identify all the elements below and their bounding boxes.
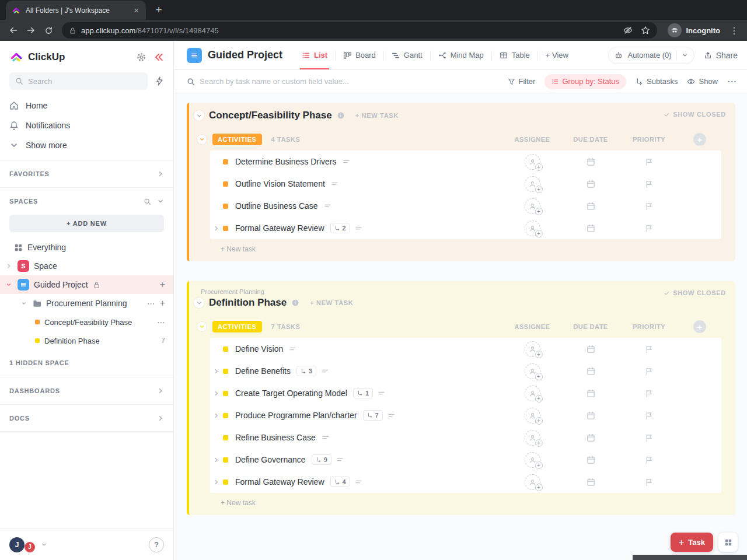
expand-toggle-icon[interactable] bbox=[210, 479, 222, 485]
assignee-cell[interactable]: + bbox=[503, 474, 561, 490]
sidebar-item-space[interactable]: S Space bbox=[0, 257, 173, 275]
assignee-cell[interactable]: + bbox=[503, 363, 561, 379]
due-date-cell[interactable] bbox=[561, 411, 620, 420]
assignee-cell[interactable]: + bbox=[503, 341, 561, 357]
collapse-chevron-icon[interactable] bbox=[20, 300, 28, 306]
task-search-input[interactable] bbox=[200, 77, 392, 86]
priority-cell[interactable] bbox=[620, 433, 678, 442]
docs-section-header[interactable]: DOCS bbox=[0, 404, 173, 432]
assignee-add-avatar[interactable]: + bbox=[525, 341, 540, 357]
task-row[interactable]: Define Benefits 3 + bbox=[210, 360, 721, 382]
assignee-add-avatar[interactable]: + bbox=[525, 452, 540, 468]
description-icon[interactable] bbox=[343, 158, 350, 166]
due-date-cell[interactable] bbox=[561, 433, 620, 442]
chevron-down-icon[interactable] bbox=[41, 541, 47, 548]
due-date-cell[interactable] bbox=[561, 367, 620, 376]
sidebar-item-definition-phase[interactable]: Definition Phase 7 bbox=[0, 331, 173, 350]
status-collapse-icon[interactable] bbox=[197, 322, 207, 331]
task-search[interactable] bbox=[187, 77, 498, 86]
subtask-badge[interactable]: 4 bbox=[330, 477, 350, 487]
task-row[interactable]: Formal Gateway Review 2 + bbox=[210, 217, 721, 239]
task-name[interactable]: Outline Vision Statement bbox=[235, 179, 325, 188]
task-status-bullet[interactable] bbox=[223, 369, 228, 374]
task-row[interactable]: Determine Business Drivers + bbox=[210, 150, 721, 173]
group-collapse-icon[interactable] bbox=[194, 110, 204, 121]
due-date-cell[interactable] bbox=[561, 389, 620, 398]
new-task-button[interactable]: + NEW TASK bbox=[310, 299, 353, 306]
priority-cell[interactable] bbox=[620, 367, 678, 376]
assignee-add-avatar[interactable]: + bbox=[525, 474, 540, 490]
subtask-badge[interactable]: 1 bbox=[353, 388, 373, 398]
description-icon[interactable] bbox=[331, 180, 338, 188]
user-avatar-badge[interactable]: J bbox=[23, 541, 36, 554]
priority-cell[interactable] bbox=[620, 224, 678, 233]
horizontal-scrollbar-thumb[interactable] bbox=[633, 555, 747, 560]
assignee-add-avatar[interactable]: + bbox=[525, 220, 540, 236]
subtask-badge[interactable]: 9 bbox=[312, 454, 331, 465]
hidden-space-label[interactable]: 1 HIDDEN SPACE bbox=[0, 350, 173, 372]
priority-cell[interactable] bbox=[620, 202, 678, 211]
task-status-bullet[interactable] bbox=[223, 204, 228, 209]
reload-button[interactable] bbox=[40, 22, 57, 39]
chevron-down-icon[interactable] bbox=[157, 198, 164, 205]
add-task-link[interactable]: + New task bbox=[221, 245, 256, 253]
description-icon[interactable] bbox=[378, 390, 385, 397]
spaces-search-icon[interactable] bbox=[144, 198, 151, 205]
expand-toggle-icon[interactable] bbox=[210, 225, 222, 232]
more-options-icon[interactable]: ⋯ bbox=[147, 299, 155, 308]
add-list-button[interactable]: + bbox=[160, 298, 165, 309]
assignee-cell[interactable]: + bbox=[503, 452, 561, 468]
group-title[interactable]: Concept/Feasibility Phase bbox=[209, 110, 332, 121]
task-row[interactable]: Outline Vision Statement + bbox=[210, 173, 721, 195]
filter-button[interactable]: Filter bbox=[508, 77, 536, 86]
sidebar-search-input[interactable] bbox=[28, 77, 142, 86]
group-collapse-icon[interactable] bbox=[194, 298, 204, 308]
sidebar-item-home[interactable]: Home bbox=[0, 96, 173, 116]
new-task-fab-button[interactable]: + Task bbox=[671, 533, 713, 552]
due-date-cell[interactable] bbox=[561, 224, 620, 233]
show-button[interactable]: Show bbox=[687, 77, 718, 86]
task-status-bullet[interactable] bbox=[223, 181, 228, 187]
due-date-cell[interactable] bbox=[561, 202, 620, 211]
task-row[interactable]: Create Target Operating Model 1 + bbox=[210, 382, 721, 404]
assignee-cell[interactable]: + bbox=[503, 386, 561, 401]
browser-tab[interactable]: All Folders | J's Workspace × bbox=[6, 1, 146, 20]
due-date-cell[interactable] bbox=[561, 456, 620, 464]
sidebar-item-guided-project[interactable]: Guided Project + bbox=[0, 275, 173, 294]
assignee-add-avatar[interactable]: + bbox=[525, 198, 540, 214]
sidebar-item-procurement-planning[interactable]: Procurement Planning ⋯ + bbox=[0, 294, 173, 313]
address-bar[interactable]: app.clickup.com/8471071/v/l/s/14984745 bbox=[62, 22, 657, 38]
browser-menu-icon[interactable]: ⋮ bbox=[726, 25, 742, 36]
sidebar-item-everything[interactable]: Everything bbox=[0, 238, 173, 257]
task-row[interactable]: Refine Business Case + bbox=[210, 426, 721, 449]
group-by-button[interactable]: Group by: Status bbox=[544, 74, 626, 89]
assignee-cell[interactable]: + bbox=[503, 408, 561, 424]
expand-toggle-icon[interactable] bbox=[210, 390, 222, 397]
task-name[interactable]: Define Vision bbox=[235, 344, 283, 354]
sidebar-item-show-more[interactable]: Show more bbox=[0, 135, 173, 155]
new-tab-button[interactable]: + bbox=[151, 2, 167, 18]
task-row[interactable]: Formal Gateway Review 4 + bbox=[210, 471, 721, 493]
apps-grid-button[interactable] bbox=[718, 533, 738, 552]
due-date-cell[interactable] bbox=[561, 345, 620, 354]
task-name[interactable]: Create Target Operating Model bbox=[235, 388, 347, 398]
task-row[interactable]: Produce Programme Plan/charter 7 + bbox=[210, 404, 721, 426]
dashboards-section-header[interactable]: DASHBOARDS bbox=[0, 377, 173, 404]
task-name[interactable]: Formal Gateway Review bbox=[235, 477, 324, 487]
forward-button[interactable] bbox=[22, 22, 40, 39]
task-status-bullet[interactable] bbox=[223, 435, 228, 440]
due-date-cell[interactable] bbox=[561, 180, 620, 188]
show-closed-toggle[interactable]: SHOW CLOSED bbox=[664, 289, 726, 296]
column-header-due-date[interactable]: DUE DATE bbox=[561, 323, 620, 330]
back-button[interactable] bbox=[5, 22, 22, 39]
task-name[interactable]: Formal Gateway Review bbox=[235, 223, 324, 233]
add-view-button[interactable]: + View bbox=[538, 41, 576, 69]
more-options-icon[interactable]: ⋯ bbox=[727, 76, 736, 87]
expand-toggle-icon[interactable] bbox=[210, 368, 222, 374]
add-to-space-button[interactable]: + bbox=[160, 279, 165, 290]
tab-mind-map[interactable]: Mind Map bbox=[431, 41, 491, 69]
priority-cell[interactable] bbox=[620, 345, 678, 354]
task-status-bullet[interactable] bbox=[223, 480, 228, 485]
favorites-section-header[interactable]: FAVORITES bbox=[0, 160, 173, 187]
due-date-cell[interactable] bbox=[561, 158, 620, 166]
